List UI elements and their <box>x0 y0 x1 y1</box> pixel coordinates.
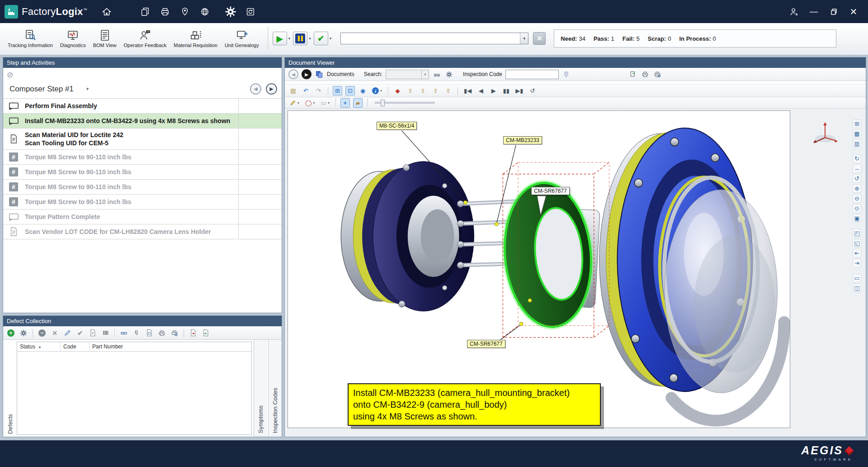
view-list-button[interactable]: ▥ <box>853 139 861 148</box>
view-settings-button[interactable]: ◫ <box>853 284 861 292</box>
print-preview-document-button[interactable] <box>653 70 662 79</box>
export-document-button[interactable] <box>628 70 637 79</box>
pan-tool-button[interactable]: + <box>340 98 350 108</box>
animation-loop-button[interactable]: ↺ <box>528 86 537 95</box>
step-row-torque-2[interactable]: # Torque M8 Screw to 90-110 inch lbs <box>3 165 282 180</box>
fit-view-button[interactable]: ⊡ <box>345 86 355 95</box>
step-row-torque-pattern-complete[interactable]: Torque Pattern Complete <box>3 210 282 224</box>
symptoms-tab[interactable]: Symptoms <box>254 340 267 437</box>
cad-canvas[interactable]: M8-SC-56x1/4 CM-MB23233 CM-SR67677 CM-SR… <box>288 110 790 428</box>
print-preview-defects-button[interactable] <box>170 328 179 338</box>
network-button[interactable] <box>197 4 212 19</box>
orbit-view-button[interactable]: ↺ <box>853 174 861 183</box>
defect-settings-button[interactable] <box>19 328 28 338</box>
pan-view-button[interactable]: ↔ <box>853 164 861 173</box>
defect-image-button[interactable] <box>144 328 154 338</box>
pause-dropdown-icon[interactable]: ▾ <box>309 36 311 41</box>
pause-work-button[interactable] <box>293 32 307 45</box>
document-forward-button[interactable]: ▶ <box>302 69 311 79</box>
view-right-button[interactable]: ◱ <box>853 239 861 248</box>
add-defect-button[interactable]: + <box>6 328 16 338</box>
import-defects-button[interactable] <box>201 328 211 338</box>
location-button[interactable] <box>177 4 193 19</box>
zoom-out-button[interactable]: ⊖ <box>853 194 861 203</box>
logoff-user-button[interactable] <box>786 4 802 19</box>
export-defects-button[interactable] <box>188 328 198 338</box>
home-button[interactable] <box>99 4 114 19</box>
document-back-button[interactable]: ◀ <box>288 69 298 79</box>
orientation-triad[interactable] <box>811 120 840 145</box>
zoom-in-button[interactable]: ⊕ <box>853 184 861 193</box>
highlighted-seal-ring-3d[interactable] <box>499 179 597 330</box>
extract-step-3-button[interactable]: ⇧ <box>431 86 440 95</box>
zoom-window-button[interactable]: ▣ <box>853 214 861 223</box>
dock-panel-button[interactable]: ⊞ <box>853 119 861 128</box>
step-row-perform-final-assembly[interactable]: Perform Final Assembly <box>3 99 282 114</box>
step-row-torque-3[interactable]: # Torque M8 Screw to 90-110 inch lbs <box>3 180 282 195</box>
previous-step-button[interactable]: ◀ <box>250 83 261 95</box>
tracking-information-button[interactable]: Tracking Information <box>5 28 56 49</box>
scan-defect-barcode-button[interactable] <box>100 328 110 338</box>
defects-tab[interactable]: Defects <box>3 340 17 437</box>
refresh-session-button[interactable] <box>243 4 258 19</box>
accept-defect-button[interactable]: ✔ <box>75 328 85 338</box>
search-settings-button[interactable] <box>444 70 453 79</box>
column-code[interactable]: Code <box>61 342 90 351</box>
next-step-button[interactable]: ▶ <box>266 83 277 95</box>
rotate-view-button[interactable]: ↻ <box>853 154 861 163</box>
defect-note-button[interactable] <box>88 328 98 338</box>
align-right-button[interactable]: ⇥ <box>853 259 861 267</box>
inspection-pin-icon[interactable] <box>562 70 571 79</box>
highlight-tool-button[interactable]: ▰ <box>353 98 363 108</box>
link-defect-button[interactable] <box>119 328 129 338</box>
animation-first-button[interactable]: ▮◀ <box>462 86 473 95</box>
zoom-fit-button[interactable]: ⊙ <box>853 204 861 213</box>
inspection-code-input[interactable] <box>505 70 559 79</box>
step-row-install-bracket[interactable]: Install CM-MB23233 onto CM-B3422-9 using… <box>3 114 282 129</box>
redo-button[interactable]: ↷ <box>314 86 323 95</box>
align-left-button[interactable]: ⇤ <box>853 249 861 257</box>
animation-previous-button[interactable]: ◀ <box>476 86 486 95</box>
part-label-seal-ring-top[interactable]: CM-SR67677 <box>531 187 570 195</box>
markup-pencil-button[interactable]: ▾ <box>288 98 301 108</box>
shaded-view-button[interactable]: ◉ <box>358 86 368 95</box>
step-row-scan-uids[interactable]: Scan Material UID for Loctite 242Scan To… <box>3 129 282 150</box>
step-row-scan-vendor-lot[interactable]: Scan Vendor LOT CODE for CM-LH82820 Came… <box>3 224 282 239</box>
animation-play-button[interactable]: ▶ <box>489 86 498 95</box>
explode-slider[interactable] <box>375 102 434 104</box>
extract-step-4-button[interactable]: ⇧ <box>443 86 453 95</box>
unit-genealogy-button[interactable]: Unit Genealogy <box>222 28 262 49</box>
close-button[interactable]: ✕ <box>844 4 863 19</box>
view-grid-button[interactable]: ▦ <box>853 129 861 138</box>
animation-next-button[interactable]: ▶▮ <box>514 86 524 95</box>
markup-shape-button[interactable]: ◯▾ <box>304 98 316 108</box>
print-server-button[interactable] <box>157 4 173 19</box>
complete-dropdown-icon[interactable]: ▾ <box>330 36 332 41</box>
remove-defect-button[interactable]: − <box>37 328 47 338</box>
print-document-button[interactable] <box>641 70 650 79</box>
attach-defect-button[interactable] <box>132 328 142 338</box>
model-info-button[interactable]: i▾ <box>371 86 383 95</box>
settings-button[interactable] <box>223 4 238 19</box>
copy-documents-button[interactable] <box>137 4 153 19</box>
composer-dropdown-icon[interactable]: ▾ <box>86 86 89 92</box>
documents-label[interactable]: Documents <box>327 71 354 77</box>
extract-step-2-button[interactable]: ⇧ <box>418 86 428 95</box>
search-combobox[interactable]: ▾ <box>386 70 429 79</box>
clear-filter-icon[interactable]: ⊘ <box>7 71 13 79</box>
bom-view-button[interactable]: BOM View <box>90 28 120 49</box>
step-row-torque-1[interactable]: # Torque M8 Screw to 90-110 inch lbs <box>3 150 282 165</box>
operator-feedback-button[interactable]: Operator Feedback <box>120 28 170 49</box>
start-work-button[interactable]: ▶ <box>273 32 287 45</box>
cad-3d-scene[interactable] <box>288 111 790 428</box>
restore-button[interactable] <box>824 4 844 19</box>
material-requisition-button[interactable]: Material Requisition <box>170 28 221 49</box>
part-label-bracket[interactable]: CM-MB23233 <box>503 136 542 144</box>
complete-work-button[interactable]: ✔ <box>314 32 328 45</box>
animation-pause-button[interactable]: ▮▮ <box>501 86 511 95</box>
column-status[interactable]: Status▲ <box>17 342 61 351</box>
part-label-seal-ring-bottom[interactable]: CM-SR67677 <box>467 340 505 348</box>
inspection-codes-tab[interactable]: Inspection Codes <box>268 340 282 437</box>
diagnostics-button[interactable]: Diagnostics <box>57 28 89 49</box>
view-left-button[interactable]: ◰ <box>853 229 861 238</box>
